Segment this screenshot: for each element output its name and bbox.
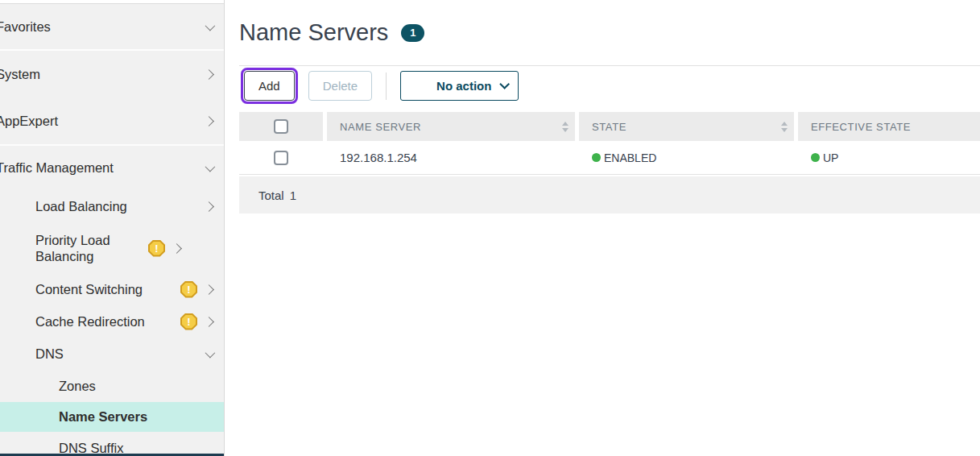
chevron-down-icon — [205, 20, 216, 31]
sidebar-item-label: Content Switching — [35, 282, 174, 297]
name-servers-table: NAME SERVER STATE EFFECTIVE STATE 192.16… — [239, 112, 980, 213]
effective-state-cell: UP — [798, 141, 980, 174]
column-header-label: NAME SERVER — [340, 121, 421, 133]
column-header-label: EFFECTIVE STATE — [811, 121, 911, 133]
chevron-right-icon — [204, 317, 214, 327]
chevron-right-icon — [172, 243, 182, 254]
sidebar-item-system[interactable]: System — [0, 51, 224, 97]
table-row[interactable]: 192.168.1.254 ENABLED UP — [239, 141, 980, 175]
delete-button[interactable]: Delete — [308, 71, 372, 101]
sidebar-item-label: Load Balancing — [35, 199, 197, 214]
count-badge: 1 — [401, 24, 424, 42]
status-dot-green — [592, 153, 601, 162]
sidebar-item-zones[interactable]: Zones — [0, 370, 224, 402]
no-action-dropdown[interactable]: No action — [400, 71, 519, 101]
column-header-effective-state[interactable]: EFFECTIVE STATE — [798, 112, 980, 141]
column-header-name-server[interactable]: NAME SERVER — [327, 112, 575, 141]
select-all-checkbox[interactable] — [274, 119, 288, 134]
chevron-right-icon — [204, 284, 214, 295]
column-header-state[interactable]: STATE — [579, 112, 794, 141]
add-button[interactable]: Add — [244, 71, 295, 101]
total-label: Total — [258, 189, 284, 202]
sidebar-item-content-switching[interactable]: Content Switching ! — [0, 273, 224, 305]
name-server-cell: 192.168.1.254 — [327, 141, 575, 174]
sidebar-navigation: Favorites System AppExpert Traffic Manag… — [0, 0, 225, 456]
sidebar-item-name-servers[interactable]: Name Servers — [0, 402, 224, 432]
sidebar-item-dns-suffix[interactable]: DNS Suffix — [0, 432, 224, 456]
toolbar: Add Delete No action — [239, 71, 519, 101]
sidebar-item-priority-load-balancing[interactable]: Priority Load Balancing ! — [0, 223, 224, 273]
table-footer: Total 1 — [239, 176, 980, 213]
select-all-header-cell — [239, 112, 323, 141]
header-divider — [239, 65, 980, 66]
chevron-right-icon — [204, 116, 214, 126]
sidebar-item-cache-redirection[interactable]: Cache Redirection ! — [0, 305, 224, 338]
sidebar-item-label: Cache Redirection — [35, 314, 174, 330]
chevron-right-icon — [204, 69, 214, 80]
sidebar-item-label: Name Servers — [59, 409, 213, 425]
sidebar-item-label: Priority Load Balancing — [35, 232, 142, 264]
sidebar-item-label: System — [0, 67, 197, 82]
sidebar-item-label: Favorites — [0, 19, 197, 35]
warning-icon: ! — [180, 313, 197, 330]
chevron-down-icon — [500, 79, 511, 89]
sidebar-item-label: Zones — [59, 379, 213, 394]
warning-icon: ! — [180, 281, 197, 298]
state-cell: ENABLED — [579, 141, 794, 174]
sidebar-item-dns[interactable]: DNS — [0, 338, 224, 370]
main-content: Name Servers 1 Add Delete No action NAME… — [225, 0, 980, 456]
sidebar-item-favorites[interactable]: Favorites — [0, 4, 224, 49]
sidebar-item-traffic-management[interactable]: Traffic Management — [0, 146, 224, 189]
chevron-down-icon — [205, 161, 216, 172]
page-header: Name Servers 1 — [239, 19, 424, 46]
sidebar-item-label: AppExpert — [0, 114, 197, 129]
row-select-cell — [239, 141, 323, 174]
sort-icon[interactable] — [562, 122, 569, 132]
sidebar-item-load-balancing[interactable]: Load Balancing — [0, 189, 224, 223]
toolbar-divider — [386, 73, 387, 100]
sidebar-item-label: Traffic Management — [0, 160, 197, 176]
page-title: Name Servers — [239, 19, 388, 46]
warning-icon: ! — [148, 240, 165, 257]
status-dot-green — [811, 153, 820, 162]
column-header-label: STATE — [592, 121, 626, 133]
effective-state-value: UP — [823, 151, 838, 164]
sidebar-item-label: DNS — [35, 346, 197, 362]
no-action-label: No action — [436, 79, 491, 93]
sort-icon[interactable] — [781, 122, 788, 132]
state-value: ENABLED — [604, 151, 656, 164]
sidebar-item-appexpert[interactable]: AppExpert — [0, 97, 224, 144]
total-value: 1 — [290, 189, 296, 202]
table-header-row: NAME SERVER STATE EFFECTIVE STATE — [239, 112, 980, 141]
chevron-down-icon — [205, 347, 216, 358]
chevron-right-icon — [204, 201, 214, 212]
row-checkbox[interactable] — [274, 151, 288, 165]
